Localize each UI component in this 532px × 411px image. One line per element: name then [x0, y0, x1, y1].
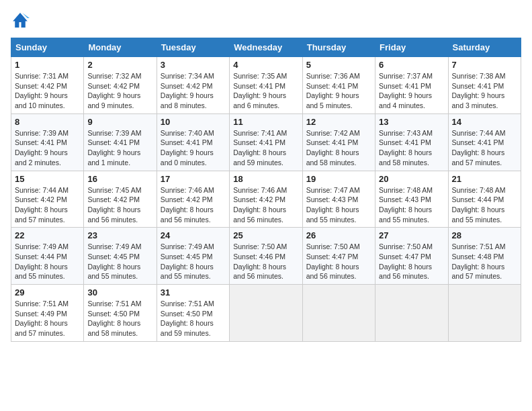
day-detail: Sunrise: 7:49 AMSunset: 4:45 PMDaylight:… [87, 242, 141, 280]
calendar-day: 4Sunrise: 7:35 AMSunset: 4:41 PMDaylight… [230, 57, 302, 114]
calendar-week: 1Sunrise: 7:31 AMSunset: 4:42 PMDaylight… [11, 57, 521, 114]
day-number: 15 [15, 174, 80, 184]
calendar-week: 8Sunrise: 7:39 AMSunset: 4:41 PMDaylight… [11, 113, 521, 171]
day-number: 19 [306, 174, 371, 184]
day-number: 20 [379, 174, 444, 184]
col-header-friday: Friday [375, 38, 448, 57]
day-detail: Sunrise: 7:31 AMSunset: 4:42 PMDaylight:… [15, 72, 69, 109]
day-number: 14 [452, 117, 517, 127]
calendar-day: 24Sunrise: 7:49 AMSunset: 4:45 PMDayligh… [157, 228, 229, 285]
day-number: 21 [452, 174, 517, 184]
calendar-week: 22Sunrise: 7:49 AMSunset: 4:44 PMDayligh… [11, 228, 521, 285]
col-header-tuesday: Tuesday [157, 38, 229, 57]
day-detail: Sunrise: 7:42 AMSunset: 4:41 PMDaylight:… [306, 129, 360, 167]
day-number: 26 [306, 230, 371, 240]
day-detail: Sunrise: 7:48 AMSunset: 4:43 PMDaylight:… [379, 186, 433, 224]
calendar-day: 29Sunrise: 7:51 AMSunset: 4:49 PMDayligh… [11, 285, 84, 342]
day-number: 27 [379, 230, 444, 240]
empty-cell [375, 285, 448, 342]
day-detail: Sunrise: 7:40 AMSunset: 4:41 PMDaylight:… [161, 129, 214, 167]
day-detail: Sunrise: 7:51 AMSunset: 4:49 PMDaylight:… [15, 300, 69, 337]
calendar-day: 18Sunrise: 7:46 AMSunset: 4:42 PMDayligh… [230, 171, 302, 228]
calendar-day: 25Sunrise: 7:50 AMSunset: 4:46 PMDayligh… [230, 228, 302, 285]
day-number: 25 [233, 230, 298, 240]
day-number: 31 [161, 287, 226, 298]
day-number: 3 [161, 60, 226, 70]
calendar-day: 9Sunrise: 7:39 AMSunset: 4:41 PMDaylight… [84, 113, 157, 171]
calendar-day: 23Sunrise: 7:49 AMSunset: 4:45 PMDayligh… [84, 228, 157, 285]
day-detail: Sunrise: 7:50 AMSunset: 4:47 PMDaylight:… [379, 242, 433, 280]
day-detail: Sunrise: 7:46 AMSunset: 4:42 PMDaylight:… [161, 186, 214, 224]
calendar-day: 13Sunrise: 7:43 AMSunset: 4:41 PMDayligh… [375, 113, 448, 171]
page-header [11, 11, 521, 30]
day-detail: Sunrise: 7:44 AMSunset: 4:41 PMDaylight:… [452, 129, 506, 167]
day-detail: Sunrise: 7:44 AMSunset: 4:42 PMDaylight:… [15, 186, 69, 224]
day-number: 12 [306, 117, 371, 127]
day-detail: Sunrise: 7:45 AMSunset: 4:42 PMDaylight:… [87, 186, 141, 224]
empty-cell [230, 285, 302, 342]
day-detail: Sunrise: 7:47 AMSunset: 4:43 PMDaylight:… [306, 186, 360, 224]
day-number: 4 [233, 60, 298, 70]
day-number: 29 [15, 287, 80, 298]
day-detail: Sunrise: 7:41 AMSunset: 4:41 PMDaylight:… [233, 129, 287, 167]
logo-icon [11, 11, 30, 30]
day-number: 24 [161, 230, 226, 240]
calendar-day: 17Sunrise: 7:46 AMSunset: 4:42 PMDayligh… [157, 171, 229, 228]
day-number: 13 [379, 117, 444, 127]
calendar-table: SundayMondayTuesdayWednesdayThursdayFrid… [11, 38, 521, 342]
day-number: 17 [161, 174, 226, 184]
calendar-week: 15Sunrise: 7:44 AMSunset: 4:42 PMDayligh… [11, 171, 521, 228]
day-detail: Sunrise: 7:36 AMSunset: 4:41 PMDaylight:… [306, 72, 360, 109]
calendar-day: 30Sunrise: 7:51 AMSunset: 4:50 PMDayligh… [84, 285, 157, 342]
empty-cell [448, 285, 521, 342]
calendar-day: 28Sunrise: 7:51 AMSunset: 4:48 PMDayligh… [448, 228, 521, 285]
calendar-day: 2Sunrise: 7:32 AMSunset: 4:42 PMDaylight… [84, 57, 157, 114]
calendar-day: 3Sunrise: 7:34 AMSunset: 4:42 PMDaylight… [157, 57, 229, 114]
day-detail: Sunrise: 7:50 AMSunset: 4:47 PMDaylight:… [306, 242, 360, 280]
empty-cell [302, 285, 375, 342]
day-detail: Sunrise: 7:34 AMSunset: 4:42 PMDaylight:… [161, 72, 214, 109]
day-detail: Sunrise: 7:49 AMSunset: 4:45 PMDaylight:… [161, 242, 214, 280]
calendar-day: 8Sunrise: 7:39 AMSunset: 4:41 PMDaylight… [11, 113, 84, 171]
day-number: 6 [379, 60, 444, 70]
day-detail: Sunrise: 7:51 AMSunset: 4:50 PMDaylight:… [87, 300, 141, 337]
calendar-day: 10Sunrise: 7:40 AMSunset: 4:41 PMDayligh… [157, 113, 229, 171]
day-detail: Sunrise: 7:51 AMSunset: 4:48 PMDaylight:… [452, 242, 506, 280]
calendar-day: 14Sunrise: 7:44 AMSunset: 4:41 PMDayligh… [448, 113, 521, 171]
day-detail: Sunrise: 7:39 AMSunset: 4:41 PMDaylight:… [87, 129, 141, 167]
day-number: 18 [233, 174, 298, 184]
day-detail: Sunrise: 7:50 AMSunset: 4:46 PMDaylight:… [233, 242, 287, 280]
day-detail: Sunrise: 7:48 AMSunset: 4:44 PMDaylight:… [452, 186, 506, 224]
day-detail: Sunrise: 7:46 AMSunset: 4:42 PMDaylight:… [233, 186, 287, 224]
calendar-day: 20Sunrise: 7:48 AMSunset: 4:43 PMDayligh… [375, 171, 448, 228]
day-number: 10 [161, 117, 226, 127]
logo [11, 11, 32, 30]
day-number: 1 [15, 60, 80, 70]
day-detail: Sunrise: 7:35 AMSunset: 4:41 PMDaylight:… [233, 72, 287, 109]
calendar-day: 26Sunrise: 7:50 AMSunset: 4:47 PMDayligh… [302, 228, 375, 285]
day-number: 5 [306, 60, 371, 70]
day-detail: Sunrise: 7:51 AMSunset: 4:50 PMDaylight:… [161, 300, 214, 337]
day-detail: Sunrise: 7:38 AMSunset: 4:41 PMDaylight:… [452, 72, 506, 109]
day-number: 30 [87, 287, 152, 298]
day-detail: Sunrise: 7:39 AMSunset: 4:41 PMDaylight:… [15, 129, 69, 167]
calendar-day: 21Sunrise: 7:48 AMSunset: 4:44 PMDayligh… [448, 171, 521, 228]
day-number: 8 [15, 117, 80, 127]
calendar-day: 19Sunrise: 7:47 AMSunset: 4:43 PMDayligh… [302, 171, 375, 228]
calendar-day: 16Sunrise: 7:45 AMSunset: 4:42 PMDayligh… [84, 171, 157, 228]
day-number: 7 [452, 60, 517, 70]
calendar-week: 29Sunrise: 7:51 AMSunset: 4:49 PMDayligh… [11, 285, 521, 342]
col-header-wednesday: Wednesday [230, 38, 302, 57]
day-number: 2 [87, 60, 152, 70]
col-header-monday: Monday [84, 38, 157, 57]
day-detail: Sunrise: 7:49 AMSunset: 4:44 PMDaylight:… [15, 242, 69, 280]
day-detail: Sunrise: 7:32 AMSunset: 4:42 PMDaylight:… [87, 72, 141, 109]
calendar-day: 12Sunrise: 7:42 AMSunset: 4:41 PMDayligh… [302, 113, 375, 171]
calendar-day: 11Sunrise: 7:41 AMSunset: 4:41 PMDayligh… [230, 113, 302, 171]
day-number: 9 [87, 117, 152, 127]
day-detail: Sunrise: 7:37 AMSunset: 4:41 PMDaylight:… [379, 72, 433, 109]
col-header-thursday: Thursday [302, 38, 375, 57]
col-header-saturday: Saturday [448, 38, 521, 57]
calendar-day: 6Sunrise: 7:37 AMSunset: 4:41 PMDaylight… [375, 57, 448, 114]
col-header-sunday: Sunday [11, 38, 84, 57]
